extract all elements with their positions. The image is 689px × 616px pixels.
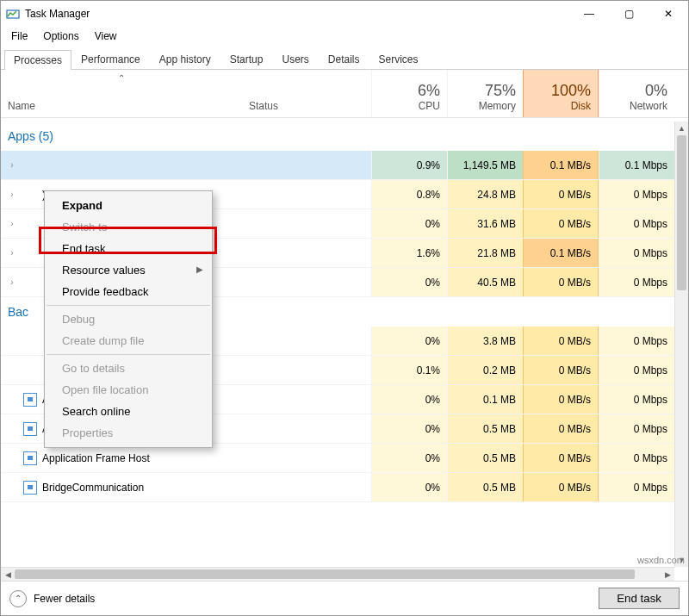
context-menu-resource-values[interactable]: Resource values▶ bbox=[45, 259, 212, 281]
cell-memory: 0.1 MB bbox=[447, 385, 523, 414]
table-row[interactable]: Application Frame Host 0% 0.5 MB 0 MB/s … bbox=[1, 444, 674, 473]
cell-memory: 40.5 MB bbox=[447, 268, 523, 296]
cell-status bbox=[242, 356, 371, 384]
cell-memory: 24.8 MB bbox=[447, 180, 523, 208]
context-menu-properties: Properties bbox=[45, 422, 212, 444]
cell-network: 0 Mbps bbox=[599, 356, 674, 384]
chevron-right-icon[interactable]: › bbox=[6, 190, 18, 199]
cell-cpu: 0.9% bbox=[371, 151, 447, 179]
cell-cpu: 1.6% bbox=[371, 239, 447, 267]
window-minimize-button[interactable]: — bbox=[569, 1, 609, 27]
context-menu-debug: Debug bbox=[45, 308, 212, 330]
column-disk[interactable]: 100% Disk bbox=[523, 70, 599, 117]
chevron-right-icon[interactable]: › bbox=[6, 160, 18, 170]
tab-app-history[interactable]: App history bbox=[150, 49, 220, 69]
process-icon bbox=[23, 159, 37, 172]
tab-users[interactable]: Users bbox=[272, 49, 318, 69]
context-menu-go-to-details: Go to details bbox=[45, 358, 212, 379]
cell-network: 0 Mbps bbox=[599, 385, 674, 414]
cell-status bbox=[242, 414, 371, 443]
context-menu-switch-to: Switch to bbox=[45, 216, 212, 238]
process-icon bbox=[23, 217, 37, 231]
context-menu-end-task[interactable]: End task bbox=[45, 238, 212, 259]
menu-view[interactable]: View bbox=[88, 28, 124, 44]
cell-network: 0 Mbps bbox=[599, 414, 674, 443]
chevron-right-icon[interactable]: › bbox=[6, 277, 18, 287]
column-name[interactable]: ⌃ Name bbox=[1, 70, 242, 117]
process-icon bbox=[23, 422, 37, 436]
chevron-right-icon[interactable]: › bbox=[6, 248, 18, 258]
scroll-thumb-v[interactable] bbox=[677, 135, 686, 290]
cell-network: 0 Mbps bbox=[599, 209, 674, 238]
chevron-right-icon[interactable]: › bbox=[6, 219, 18, 228]
process-icon bbox=[23, 393, 37, 407]
cell-name: BridgeCommunication bbox=[1, 473, 242, 501]
cell-memory: 1,149.5 MB bbox=[447, 151, 523, 179]
end-task-button[interactable]: End task bbox=[599, 588, 680, 609]
scroll-right-icon[interactable]: ▶ bbox=[661, 568, 674, 582]
window-titlebar: Task Manager — ▢ ✕ bbox=[1, 1, 688, 27]
window-close-button[interactable]: ✕ bbox=[649, 1, 688, 27]
cell-network: 0 Mbps bbox=[599, 268, 674, 296]
cell-disk: 0 MB/s bbox=[523, 473, 599, 501]
cell-disk: 0 MB/s bbox=[523, 209, 599, 238]
context-menu-search-online[interactable]: Search online bbox=[45, 401, 212, 422]
table-row[interactable]: BridgeCommunication 0% 0.5 MB 0 MB/s 0 M… bbox=[1, 473, 674, 502]
menu-options[interactable]: Options bbox=[36, 28, 85, 44]
cell-memory: 0.5 MB bbox=[447, 444, 523, 472]
cell-disk: 0 MB/s bbox=[523, 268, 599, 296]
watermark: wsxdn.com bbox=[637, 555, 685, 565]
table-row[interactable]: › 0.9% 1,149.5 MB 0.1 MB/s 0.1 Mbps bbox=[1, 151, 674, 180]
group-apps[interactable]: Apps (5) bbox=[1, 121, 674, 151]
process-icon bbox=[23, 451, 37, 465]
scroll-thumb-h[interactable] bbox=[15, 569, 635, 579]
column-network[interactable]: 0% Network bbox=[599, 70, 674, 117]
cell-cpu: 0% bbox=[371, 473, 447, 501]
cell-network: 0 Mbps bbox=[599, 180, 674, 208]
fewer-details-button[interactable]: ⌃ Fewer details bbox=[9, 590, 95, 607]
menu-separator bbox=[47, 305, 210, 306]
tab-services[interactable]: Services bbox=[369, 49, 428, 69]
context-menu-expand[interactable]: Expand bbox=[45, 195, 212, 216]
cell-cpu: 0% bbox=[371, 414, 447, 443]
statusbar: ⌃ Fewer details End task bbox=[1, 581, 688, 615]
cell-cpu: 0.8% bbox=[371, 180, 447, 208]
cell-cpu: 0% bbox=[371, 209, 447, 238]
tabstrip: Processes Performance App history Startu… bbox=[1, 46, 688, 70]
vertical-scrollbar[interactable]: ▲ ▼ bbox=[674, 121, 688, 567]
process-icon bbox=[23, 481, 37, 495]
cell-disk: 0 MB/s bbox=[523, 414, 599, 443]
cell-status bbox=[242, 385, 371, 414]
scroll-left-icon[interactable]: ◀ bbox=[1, 568, 15, 582]
cell-disk: 0 MB/s bbox=[523, 444, 599, 472]
tab-performance[interactable]: Performance bbox=[71, 49, 150, 69]
cell-memory: 31.6 MB bbox=[447, 209, 523, 238]
cell-status bbox=[242, 327, 371, 355]
tab-startup[interactable]: Startup bbox=[220, 49, 273, 69]
process-icon bbox=[23, 188, 37, 202]
cell-disk: 0.1 MB/s bbox=[523, 151, 599, 179]
cell-status bbox=[242, 180, 371, 208]
process-icon bbox=[23, 246, 37, 260]
horizontal-scrollbar[interactable]: ◀ ▶ bbox=[1, 567, 674, 581]
context-menu-create-dump-file: Create dump file bbox=[45, 330, 212, 352]
scroll-up-icon[interactable]: ▲ bbox=[675, 121, 688, 135]
cell-cpu: 0% bbox=[371, 444, 447, 472]
column-memory[interactable]: 75% Memory bbox=[447, 70, 523, 117]
tab-details[interactable]: Details bbox=[319, 49, 369, 69]
cell-memory: 0.5 MB bbox=[447, 414, 523, 443]
context-menu-open-file-location: Open file location bbox=[45, 379, 212, 401]
column-status[interactable]: Status bbox=[242, 70, 371, 117]
cell-network: 0 Mbps bbox=[599, 473, 674, 501]
column-cpu[interactable]: 6% CPU bbox=[371, 70, 447, 117]
window-maximize-button[interactable]: ▢ bbox=[609, 1, 649, 27]
cell-status bbox=[242, 444, 371, 472]
cell-network: 0 Mbps bbox=[599, 327, 674, 355]
context-menu-provide-feedback[interactable]: Provide feedback bbox=[45, 281, 212, 302]
menu-file[interactable]: File bbox=[4, 28, 34, 44]
cell-disk: 0 MB/s bbox=[523, 356, 599, 384]
cell-cpu: 0% bbox=[371, 385, 447, 414]
tab-processes[interactable]: Processes bbox=[4, 50, 71, 70]
cell-cpu: 0.1% bbox=[371, 356, 447, 384]
chevron-up-icon: ⌃ bbox=[9, 590, 27, 607]
